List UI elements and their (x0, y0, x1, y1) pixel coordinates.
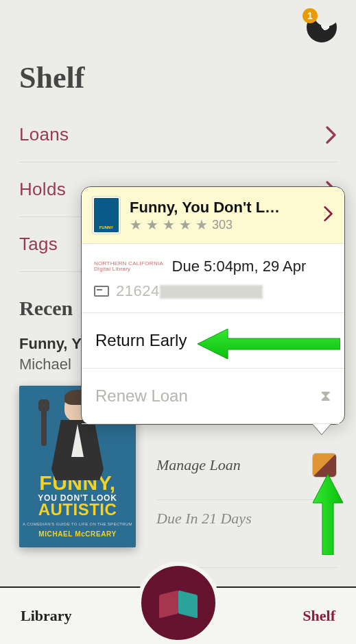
star-icon: ★ (163, 218, 175, 232)
cover-author: MICHAEL McCREARY (38, 530, 117, 538)
return-early-label: Return Early (95, 331, 187, 350)
notification-badge[interactable]: 1 (302, 8, 318, 23)
loan-popup: Funny, You Don't Look… ★ ★ ★ ★ ★ 303 NOR… (81, 186, 345, 425)
redacted (160, 285, 263, 299)
due-label: Due In 21 Days (156, 499, 337, 528)
star-icon: ★ (146, 218, 158, 232)
annotation-arrow (311, 473, 344, 558)
nav-shelf[interactable]: Shelf (302, 607, 335, 625)
nav-center-button[interactable] (137, 562, 219, 644)
popup-header[interactable]: Funny, You Don't Look… ★ ★ ★ ★ ★ 303 (82, 187, 344, 244)
nav-library[interactable]: Library (21, 607, 72, 625)
star-icon: ★ (195, 218, 208, 232)
renew-loan-button[interactable]: Renew Loan ⧗ (82, 369, 344, 424)
hourglass-icon: ⧗ (320, 387, 331, 405)
nav-holds-label: Holds (19, 179, 66, 200)
renew-loan-label: Renew Loan (95, 386, 188, 406)
popup-title: Funny, You Don't Look… (130, 199, 287, 216)
nav-loans-label: Loans (19, 124, 69, 145)
card-number: 21624 (116, 282, 263, 300)
library-logo: NORTHERN CALIFORNIADigital Library (94, 261, 163, 273)
nav-tags-label: Tags (19, 234, 58, 255)
star-icon: ★ (130, 218, 142, 232)
star-icon: ★ (179, 218, 191, 232)
popup-due-section: NORTHERN CALIFORNIADigital Library Due 5… (82, 244, 344, 313)
rating-stars: ★ ★ ★ ★ ★ 303 (130, 218, 287, 232)
library-card-icon (94, 286, 109, 297)
nav-loans[interactable]: Loans (19, 108, 337, 162)
open-book-icon (159, 593, 198, 613)
profile-avatar[interactable]: 1 (307, 12, 337, 42)
chevron-right-icon (326, 126, 337, 144)
page-title: Shelf (0, 42, 356, 108)
annotation-arrow (196, 327, 340, 363)
manage-loan-label[interactable]: Manage Loan (156, 456, 241, 474)
due-text: Due 5:04pm, 29 Apr (172, 258, 307, 275)
bottom-nav: Library Shelf (0, 586, 356, 644)
cover-line3: AUTISTIC (38, 502, 117, 518)
cover-subtitle: A COMEDIAN'S GUIDE TO LIFE ON THE SPECTR… (23, 522, 132, 526)
popup-cover-thumb (93, 197, 120, 234)
rating-count: 303 (212, 218, 233, 232)
chevron-right-icon[interactable] (324, 206, 333, 225)
